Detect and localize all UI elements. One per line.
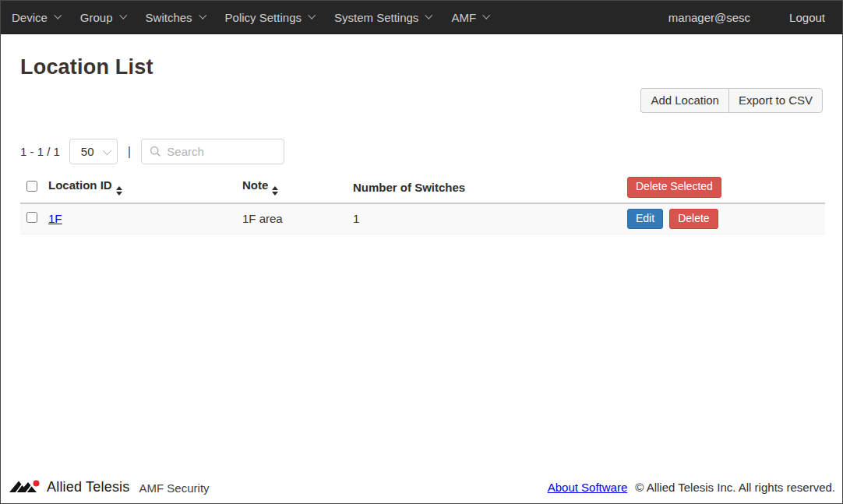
chevron-down-icon [199, 12, 206, 19]
allied-telesis-logo-icon [9, 478, 41, 495]
search-input[interactable] [167, 145, 277, 158]
add-location-button[interactable]: Add Location [640, 88, 728, 113]
sort-icon[interactable] [272, 186, 278, 196]
nav-item-switches[interactable]: Switches [136, 1, 215, 33]
nav-item-label: Device [12, 11, 48, 24]
about-software-link[interactable]: About Software [548, 481, 628, 494]
column-header-note: Note [242, 178, 268, 192]
toolbar: Add Location Export to CSV [20, 88, 823, 113]
chevron-down-icon [308, 12, 316, 19]
switch-count-cell: 1 [353, 212, 359, 225]
controls-separator: | [128, 144, 131, 160]
search-icon [150, 146, 161, 157]
select-all-checkbox[interactable] [26, 181, 37, 192]
list-controls: 1 - 1 / 1 50 | [20, 139, 823, 164]
nav-item-device[interactable]: Device [12, 1, 70, 33]
nav-item-label: Policy Settings [225, 11, 302, 24]
delete-button[interactable]: Delete [669, 209, 718, 230]
brand-name: Allied Telesis [47, 479, 130, 495]
logout-button[interactable]: Logout [789, 11, 831, 24]
top-navbar: Device Group Switches Policy Settings Sy… [1, 1, 842, 34]
product-name: AMF Security [139, 479, 210, 495]
toolbar-button-group: Add Location Export to CSV [640, 88, 823, 113]
page-size-value: 50 [81, 145, 94, 158]
page-title: Location List [20, 55, 823, 79]
nav-item-label: Switches [146, 11, 192, 24]
pagination-range: 1 - 1 / 1 [20, 145, 60, 158]
table-row: 1F 1F area 1 EditDelete [20, 203, 825, 234]
nav-item-group[interactable]: Group [70, 1, 136, 33]
brand: Allied Telesis AMF Security [9, 478, 210, 495]
delete-selected-button[interactable]: Delete Selected [627, 177, 721, 198]
chevron-down-icon [103, 146, 111, 154]
chevron-down-icon [54, 12, 62, 19]
logged-in-user: manager@sesc [668, 11, 789, 24]
chevron-down-icon [425, 12, 433, 19]
footer: Allied Telesis AMF Security About Softwa… [1, 474, 842, 503]
copyright-text: © Allied Telesis Inc. All rights reserve… [635, 481, 835, 494]
main-content: Location List Add Location Export to CSV… [1, 55, 842, 234]
column-header-number-of-switches: Number of Switches [353, 181, 465, 194]
edit-button[interactable]: Edit [627, 209, 663, 230]
note-cell: 1F area [242, 212, 283, 225]
location-id-link[interactable]: 1F [48, 212, 62, 225]
nav-item-label: System Settings [334, 11, 418, 24]
nav-item-policy-settings[interactable]: Policy Settings [215, 1, 324, 33]
chevron-down-icon [482, 12, 490, 19]
nav-item-amf[interactable]: AMF [441, 1, 499, 33]
column-header-location-id: Location ID [48, 178, 112, 192]
sort-icon[interactable] [116, 186, 122, 196]
row-checkbox[interactable] [26, 212, 37, 223]
search-box [141, 139, 284, 164]
chevron-down-icon [119, 12, 127, 19]
amf-security-app: { "navbar": { "items": [ { "label": "Dev… [0, 0, 843, 504]
navbar-right: manager@sesc Logout [668, 11, 831, 24]
page-size-select[interactable]: 50 [69, 139, 118, 164]
table-header-row: Location ID Note Number of Switches Dele… [20, 172, 825, 203]
nav-item-label: Group [80, 11, 113, 24]
location-table: Location ID Note Number of Switches Dele… [20, 172, 825, 234]
nav-item-label: AMF [451, 11, 476, 24]
footer-right: About Software © Allied Telesis Inc. All… [548, 481, 835, 494]
nav-item-system-settings[interactable]: System Settings [324, 1, 441, 33]
export-csv-button[interactable]: Export to CSV [728, 88, 823, 113]
